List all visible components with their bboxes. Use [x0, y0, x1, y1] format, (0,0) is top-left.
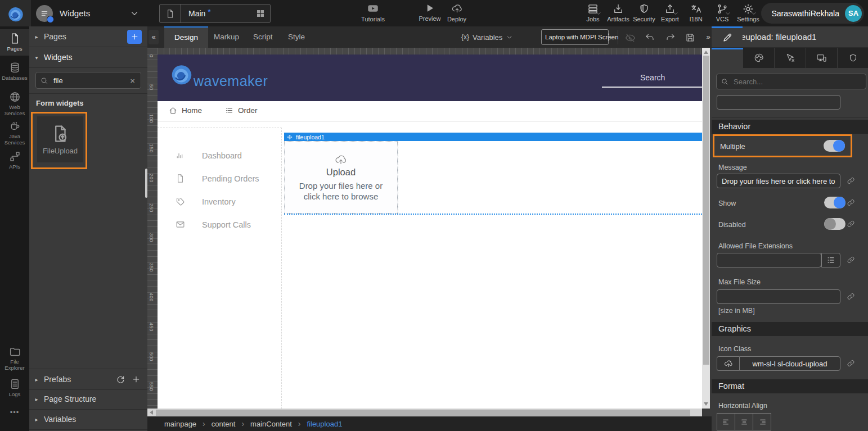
widgets-menu[interactable]: Widgets — [36, 0, 140, 26]
bind-message-icon[interactable] — [847, 176, 855, 185]
canvas-nav-search[interactable]: Search — [640, 73, 665, 82]
clear-search-icon[interactable]: × — [124, 76, 141, 85]
allowed-extensions-input[interactable] — [717, 253, 821, 267]
page-tab-main[interactable]: Main * — [159, 4, 271, 23]
wavemaker-logo[interactable] — [0, 0, 31, 26]
variables-section-header[interactable]: ▸ Variables — [29, 409, 147, 430]
api-icon — [9, 151, 21, 162]
selected-widget-label-bar[interactable]: fileupload1 — [284, 133, 702, 141]
rail-item-apis[interactable]: APIs — [0, 147, 29, 174]
bind-disabled-icon[interactable] — [847, 220, 855, 228]
bind-extensions-icon[interactable] — [847, 256, 855, 264]
menu-item-pending-orders[interactable]: Pending Orders — [176, 174, 259, 183]
menu-item-inventory[interactable]: Inventory — [176, 197, 236, 206]
horizontal-align-group — [717, 413, 771, 430]
bind-max-size-icon[interactable] — [847, 292, 855, 301]
settings-button[interactable]: Settings — [734, 3, 763, 22]
breadcrumb-item-active[interactable]: fileupload1 — [307, 420, 343, 428]
tab-styles[interactable] — [743, 48, 774, 68]
tab-events[interactable] — [775, 48, 806, 68]
show-toggle[interactable] — [824, 197, 845, 208]
menu-item-support-calls[interactable]: Support Calls — [176, 220, 251, 229]
tab-design[interactable]: Design — [164, 26, 208, 49]
property-search-input[interactable] — [732, 77, 866, 87]
variables-button[interactable]: {x} Variables — [461, 26, 513, 48]
widget-tile-fileupload[interactable]: FileUpload — [37, 116, 83, 162]
canvas-nav-order[interactable]: Order — [225, 106, 258, 115]
tab-markup[interactable]: Markup — [204, 26, 249, 48]
i18n-button[interactable]: I18N — [681, 3, 710, 22]
property-search — [716, 74, 866, 89]
pages-section-header[interactable]: ▸ Pages — [29, 26, 147, 47]
canvas-nav-home[interactable]: Home — [169, 106, 202, 115]
size-hint: [size in MB] — [718, 307, 755, 315]
menu-item-dashboard[interactable]: Dashboard — [176, 151, 242, 160]
save-button[interactable] — [683, 30, 698, 45]
rail-more-button[interactable]: ••• — [0, 406, 29, 419]
user-menu[interactable]: SaraswathiRekhala SA — [761, 3, 864, 24]
logs-icon — [9, 378, 21, 390]
section-format: Format — [712, 379, 868, 393]
message-input[interactable] — [717, 174, 840, 188]
breadcrumb-item[interactable]: content — [212, 420, 236, 428]
tab-style[interactable]: Style — [278, 26, 315, 48]
scrollbar-thumb[interactable] — [703, 56, 709, 365]
security-button[interactable]: Security — [629, 3, 659, 22]
widgets-menu-label: Widgets — [60, 8, 90, 18]
toggle-visibility-button[interactable] — [623, 30, 637, 45]
tab-devices[interactable] — [806, 48, 837, 68]
page-structure-section-header[interactable]: ▸ Page Structure — [29, 389, 147, 410]
prefabs-section-header[interactable]: ▸ Prefabs — [29, 369, 147, 390]
collapse-left-panel-button[interactable]: « — [149, 30, 159, 44]
export-button[interactable]: Export — [655, 3, 685, 22]
canvas-vertical-scrollbar[interactable] — [702, 48, 710, 409]
rail-item-databases[interactable]: Databases — [0, 58, 29, 85]
widget-search: × — [35, 72, 141, 89]
tutorials-button[interactable]: Tutorials — [356, 3, 390, 22]
rail-item-java-services[interactable]: JavaServices — [0, 117, 29, 149]
rail-item-file-explorer[interactable]: FileExplorer — [0, 342, 29, 374]
rail-item-web-services[interactable]: WebServices — [0, 88, 29, 120]
fileupload-icon — [51, 124, 70, 143]
more-options-kebab[interactable]: ⋮ — [604, 29, 613, 46]
extensions-list-button[interactable] — [821, 253, 840, 267]
rail-item-pages[interactable]: Pages — [0, 29, 29, 56]
widgets-section-header[interactable]: ▾ Widgets — [29, 47, 147, 68]
bind-icon-class-icon[interactable] — [847, 359, 855, 368]
align-left-button[interactable] — [717, 413, 735, 430]
scroll-up-arrow[interactable] — [704, 51, 708, 54]
bind-show-icon[interactable] — [847, 198, 855, 207]
rail-item-logs[interactable]: Logs — [0, 375, 29, 401]
align-right-button[interactable] — [753, 413, 771, 430]
canvas-horizontal-scrollbar[interactable] — [147, 409, 702, 416]
widget-bounds-bottom — [284, 214, 702, 215]
scrollbar-thumb[interactable] — [156, 410, 690, 416]
design-canvas[interactable]: wavemaker Search Home Order Dashboard Pe… — [158, 55, 702, 409]
property-name-input[interactable] — [717, 95, 840, 110]
disabled-toggle[interactable] — [824, 218, 845, 230]
max-file-size-input[interactable] — [717, 289, 840, 304]
tab-properties[interactable] — [712, 26, 743, 47]
device-select[interactable]: Laptop with MDPI Screen — [541, 29, 609, 45]
pages-grid-button[interactable] — [251, 4, 270, 22]
vcs-button[interactable]: VCS — [708, 3, 737, 22]
tab-security[interactable] — [838, 48, 868, 68]
breadcrumb-item[interactable]: mainContent — [250, 420, 292, 428]
widget-search-input[interactable] — [52, 76, 124, 85]
icon-class-input[interactable] — [739, 356, 840, 371]
scroll-down-arrow[interactable] — [704, 402, 708, 406]
multiple-toggle[interactable] — [824, 140, 845, 152]
redo-button[interactable] — [663, 30, 678, 45]
align-center-button[interactable] — [735, 413, 753, 430]
deploy-button[interactable]: Deploy — [440, 3, 474, 22]
breadcrumb-item[interactable]: mainpage — [164, 420, 196, 428]
add-prefab-icon[interactable] — [132, 375, 141, 384]
undo-button[interactable] — [642, 30, 657, 45]
scroll-left-arrow[interactable] — [150, 410, 153, 415]
add-page-button[interactable] — [127, 30, 142, 44]
artifacts-button[interactable]: Artifacts — [604, 3, 633, 22]
fileupload-dropzone[interactable]: Upload Drop your files here or click her… — [284, 141, 398, 214]
show-label: Show — [718, 199, 736, 207]
tab-script[interactable]: Script — [243, 26, 283, 48]
refresh-prefabs-icon[interactable] — [116, 375, 125, 384]
